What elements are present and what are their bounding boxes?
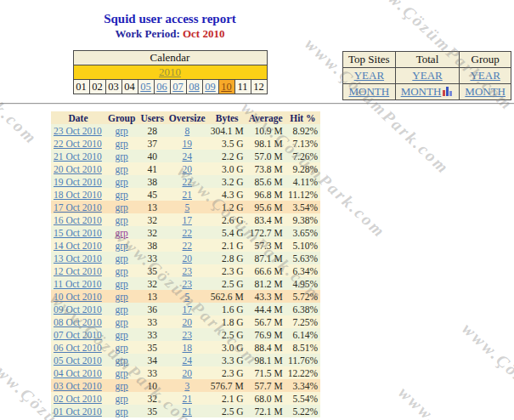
calendar-month-cell: 05: [138, 80, 154, 94]
oversize-link[interactable]: 5: [184, 292, 189, 302]
date-link[interactable]: 04 Oct 2010: [54, 368, 102, 378]
oversize-link[interactable]: 20: [183, 164, 193, 174]
hit-value: 8.92%: [285, 124, 320, 137]
oversize-link[interactable]: 18: [183, 343, 193, 353]
calendar-month[interactable]: 10: [219, 81, 234, 94]
group-link[interactable]: grp: [116, 343, 128, 353]
group-link[interactable]: grp: [116, 126, 128, 136]
table-row: 14 Oct 2010 grp 38 22 2.1 G 57.3 M 5.10%: [51, 239, 320, 252]
group-link[interactable]: grp: [116, 304, 128, 315]
group-link[interactable]: grp: [116, 381, 128, 391]
date-link[interactable]: 16 Oct 2010: [54, 215, 102, 225]
group-link[interactable]: grp: [116, 317, 128, 327]
average-value: 68.0 M: [246, 392, 285, 405]
oversize-link[interactable]: 19: [183, 139, 193, 149]
oversize-link[interactable]: 23: [183, 330, 193, 340]
calendar-month-cell: 06: [154, 80, 170, 94]
calendar-month[interactable]: 07: [171, 81, 186, 94]
date-link[interactable]: 12 Oct 2010: [54, 266, 102, 276]
oversize-link[interactable]: 8: [184, 126, 189, 136]
date-link[interactable]: 17 Oct 2010: [54, 202, 102, 213]
table-row: 11 Oct 2010 grp 32 23 2.5 G 81.2 M 4.95%: [51, 277, 320, 290]
bytes-value: 1.2 G: [208, 201, 246, 213]
group-link[interactable]: grp: [116, 139, 128, 149]
date-link[interactable]: 05 Oct 2010: [54, 355, 102, 366]
calendar-month[interactable]: 08: [187, 81, 202, 94]
total-year-link[interactable]: YEAR: [412, 69, 442, 82]
oversize-link[interactable]: 21: [183, 406, 193, 417]
bytes-value: 3.0 G: [208, 162, 246, 175]
average-value: 57.7 M: [246, 379, 285, 392]
date-link[interactable]: 22 Oct 2010: [54, 139, 102, 149]
oversize-link[interactable]: 23: [183, 279, 193, 289]
oversize-link[interactable]: 24: [183, 151, 193, 162]
group-link[interactable]: grp: [116, 177, 128, 187]
oversize-link[interactable]: 3: [184, 381, 189, 391]
calendar-month[interactable]: 09: [203, 81, 218, 94]
group-link[interactable]: grp: [116, 266, 128, 276]
oversize-link[interactable]: 17: [183, 215, 193, 225]
date-link[interactable]: 14 Oct 2010: [54, 241, 102, 251]
group-link[interactable]: grp: [116, 190, 128, 200]
group-link[interactable]: grp: [116, 368, 128, 378]
calendar-year-link[interactable]: 2010: [159, 65, 181, 78]
hit-value: 3.54%: [285, 201, 320, 213]
oversize-link[interactable]: 20: [183, 368, 193, 378]
date-link[interactable]: 18 Oct 2010: [54, 190, 102, 200]
group-link[interactable]: grp: [116, 164, 128, 174]
date-link[interactable]: 01 Oct 2010: [54, 406, 102, 417]
bytes-value: 2.1 G: [208, 239, 246, 252]
group-year-link[interactable]: YEAR: [470, 69, 500, 82]
oversize-link[interactable]: 20: [183, 317, 193, 327]
users-value: 32: [138, 277, 166, 290]
group-link[interactable]: grp: [116, 241, 128, 251]
calendar-month[interactable]: 05: [138, 81, 154, 94]
group-link[interactable]: grp: [116, 330, 128, 340]
oversize-link[interactable]: 24: [183, 355, 193, 366]
top-sites-year-link[interactable]: YEAR: [354, 69, 384, 82]
total-month-link[interactable]: MONTH: [401, 85, 442, 98]
oversize-link[interactable]: 22: [183, 177, 193, 187]
group-link[interactable]: grp: [116, 202, 128, 213]
date-link[interactable]: 23 Oct 2010: [54, 126, 102, 136]
date-link[interactable]: 15 Oct 2010: [54, 228, 102, 238]
date-link[interactable]: 07 Oct 2010: [54, 330, 102, 340]
oversize-link[interactable]: 21: [183, 394, 193, 404]
group-link[interactable]: grp: [116, 292, 128, 302]
date-link[interactable]: 19 Oct 2010: [54, 177, 102, 187]
date-link[interactable]: 08 Oct 2010: [54, 317, 102, 327]
date-link[interactable]: 13 Oct 2010: [54, 253, 102, 264]
hit-value: 4.95%: [285, 277, 320, 290]
group-link[interactable]: grp: [116, 394, 128, 404]
top-sites-month-link[interactable]: MONTH: [349, 85, 390, 98]
group-link[interactable]: grp: [116, 215, 128, 225]
group-link[interactable]: grp: [116, 228, 128, 238]
oversize-link[interactable]: 20: [183, 253, 193, 264]
hit-value: 11.76%: [285, 354, 320, 366]
date-link[interactable]: 10 Oct 2010: [54, 292, 102, 302]
group-link[interactable]: grp: [116, 151, 128, 162]
date-link[interactable]: 03 Oct 2010: [54, 381, 102, 391]
oversize-link[interactable]: 23: [183, 266, 193, 276]
group-link[interactable]: grp: [116, 355, 128, 366]
oversize-link[interactable]: 22: [183, 228, 193, 238]
work-period-value: Oct 2010: [183, 27, 224, 40]
group-link[interactable]: grp: [116, 406, 128, 417]
group-month-link[interactable]: MONTH: [465, 85, 506, 98]
calendar-month[interactable]: 06: [155, 81, 170, 94]
average-value: 96.8 M: [246, 188, 285, 201]
oversize-link[interactable]: 22: [183, 241, 193, 251]
oversize-link[interactable]: 5: [184, 202, 189, 213]
group-link[interactable]: grp: [116, 253, 128, 264]
group-link[interactable]: grp: [116, 279, 128, 289]
work-period-label: Work Period:: [116, 27, 180, 40]
users-value: 13: [138, 201, 166, 213]
date-link[interactable]: 06 Oct 2010: [54, 343, 102, 353]
date-link[interactable]: 02 Oct 2010: [54, 394, 102, 404]
date-link[interactable]: 11 Oct 2010: [54, 279, 101, 289]
date-link[interactable]: 20 Oct 2010: [54, 164, 102, 174]
date-link[interactable]: 09 Oct 2010: [54, 304, 102, 315]
oversize-link[interactable]: 17: [183, 304, 193, 315]
date-link[interactable]: 21 Oct 2010: [54, 151, 102, 162]
oversize-link[interactable]: 21: [183, 190, 193, 200]
